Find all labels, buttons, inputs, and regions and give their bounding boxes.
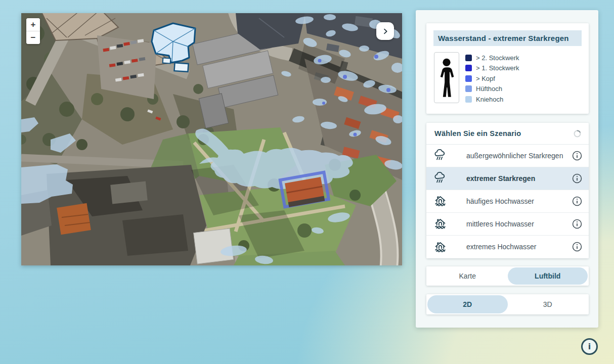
zoom-in-button[interactable]: + [26, 18, 40, 31]
scenario-title: Wählen Sie ein Szenario [434, 129, 521, 138]
2d-option[interactable]: 2D [427, 295, 508, 313]
rain-cloud-icon [433, 149, 447, 162]
legend-panel: Wasserstand - extremer Starkregen > 2. S… [426, 23, 589, 114]
legend-label: > Kopf [476, 75, 495, 82]
flooded-house-icon [433, 240, 447, 254]
legend-item: > 2. Stockwerk [465, 53, 519, 63]
karte-option[interactable]: Karte [427, 267, 508, 285]
person-figure-box [434, 52, 459, 103]
dimension-toggle: 2D 3D [426, 294, 589, 314]
loading-spinner-icon [573, 129, 582, 138]
scenario-item-extremer-starkregen[interactable]: extremer Starkregen [426, 167, 589, 190]
sidebar-collapse-button[interactable] [376, 22, 394, 40]
legend-item: Kniehoch [465, 94, 519, 105]
legend-label: Kniehoch [476, 96, 503, 103]
legend-swatch [465, 55, 472, 61]
legend-swatch [465, 96, 472, 103]
info-icon[interactable] [572, 150, 583, 161]
scenario-label: extremer Starkregen [466, 174, 572, 183]
scenario-item-aussergewoehnlicher-starkregen[interactable]: außergewöhnlicher Starkregen [426, 145, 589, 167]
scenario-label: mittleres Hochwasser [466, 220, 572, 228]
scenario-item-haeufiges-hochwasser[interactable]: häufiges Hochwasser [426, 190, 589, 213]
legend-title: Wasserstand - extremer Starkregen [433, 30, 582, 46]
legend-swatch [465, 85, 472, 92]
legend-item: > 1. Stockwerk [465, 63, 519, 74]
legend-label: Hüfthoch [476, 85, 502, 93]
aerial-map-canvas [21, 13, 402, 265]
info-icon[interactable] [572, 241, 583, 252]
scenario-label: häufiges Hochwasser [466, 197, 572, 205]
luftbild-option[interactable]: Luftbild [508, 267, 588, 285]
legend-swatch [465, 75, 472, 82]
rain-cloud-icon [433, 171, 447, 185]
info-icon[interactable] [572, 173, 583, 184]
legend-items: > 2. Stockwerk > 1. Stockwerk > Kopf Hüf… [465, 51, 519, 105]
scenario-label: extremes Hochwasser [466, 243, 572, 251]
zoom-out-button[interactable]: − [26, 31, 40, 44]
legend-swatch [465, 65, 472, 71]
scenario-header: Wählen Sie ein Szenario [426, 123, 589, 145]
person-icon [437, 57, 456, 99]
scenario-panel: Wählen Sie ein Szenario außergewöhnliche… [426, 123, 589, 258]
base-layer-toggle: Karte Luftbild [426, 266, 589, 286]
sidebar: Wasserstand - extremer Starkregen > 2. S… [416, 10, 598, 328]
legend-item: Hüfthoch [465, 84, 519, 95]
legend-item: > Kopf [465, 73, 519, 84]
scenario-item-extremes-hochwasser[interactable]: extremes Hochwasser [426, 236, 589, 258]
legend-label: > 2. Stockwerk [476, 54, 519, 62]
info-icon[interactable] [572, 218, 583, 230]
scenario-item-mittleres-hochwasser[interactable]: mittleres Hochwasser [426, 213, 589, 236]
info-icon[interactable] [572, 196, 583, 207]
map-zoom-control: + − [26, 18, 40, 44]
3d-option[interactable]: 3D [508, 295, 588, 313]
chevron-right-icon [381, 27, 389, 35]
page-info-button[interactable]: i [581, 338, 598, 355]
app-stage: + − Wasserstand - extremer Starkregen [0, 0, 614, 364]
scenario-label: außergewöhnlicher Starkregen [466, 152, 572, 160]
flooded-house-icon [433, 194, 447, 208]
flooded-house-icon [433, 217, 447, 231]
map-viewport[interactable]: + − [21, 13, 402, 265]
legend-label: > 1. Stockwerk [476, 64, 519, 72]
